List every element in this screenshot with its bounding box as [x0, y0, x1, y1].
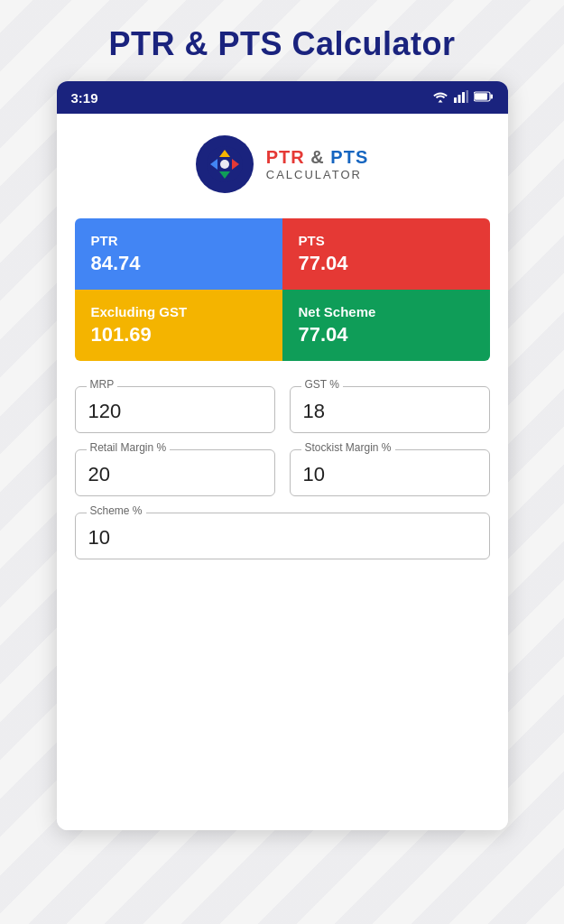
mrp-value: 120: [88, 400, 262, 423]
logo-subtitle: CALCULATOR: [266, 168, 368, 181]
mrp-gst-row: MRP 120 GST % 18: [75, 386, 490, 433]
mrp-label: MRP: [87, 378, 118, 391]
ptr-value: 84.74: [91, 252, 266, 275]
svg-rect-5: [475, 93, 487, 100]
retail-margin-value: 20: [88, 463, 262, 486]
net-scheme-cell: Net Scheme 77.04: [282, 290, 490, 361]
inputs-section: MRP 120 GST % 18 Retail Margin % 20: [75, 386, 490, 559]
logo-brand-title: PTR & PTS: [266, 147, 368, 168]
logo-svg-icon: [205, 144, 245, 184]
logo-area: PTR & PTS CALCULATOR: [196, 135, 368, 193]
signal-icon: [454, 90, 468, 106]
margins-row: Retail Margin % 20 Stockist Margin % 10: [75, 449, 490, 496]
status-time: 3:19: [71, 90, 98, 106]
stockist-margin-label: Stockist Margin %: [301, 441, 395, 454]
logo-ptr: PTR: [266, 147, 305, 167]
status-bar: 3:19: [57, 81, 508, 114]
scheme-field[interactable]: Scheme % 10: [75, 513, 490, 559]
results-grid: PTR 84.74 PTS 77.04 Excluding GST 101.69…: [75, 218, 490, 361]
page-title: PTR & PTS Calculator: [0, 25, 564, 63]
ptr-label: PTR: [91, 233, 266, 248]
status-icons: [432, 90, 494, 106]
stockist-margin-value: 10: [303, 463, 476, 486]
logo-circle: [196, 135, 254, 193]
scheme-label: Scheme %: [87, 504, 146, 517]
logo-amp: &: [305, 147, 331, 167]
mrp-field[interactable]: MRP 120: [75, 386, 275, 433]
svg-rect-3: [466, 90, 468, 103]
gst-field[interactable]: GST % 18: [290, 386, 490, 433]
svg-rect-6: [490, 95, 493, 99]
wifi-icon: [432, 90, 448, 106]
battery-icon: [474, 90, 494, 105]
outer-background: PTR & PTS Calculator 3:19: [0, 0, 564, 924]
net-scheme-label: Net Scheme: [299, 304, 474, 319]
svg-point-12: [220, 160, 229, 169]
app-content: PTR & PTS CALCULATOR PTR 84.74 PTS 77.04…: [57, 114, 508, 830]
stockist-margin-field[interactable]: Stockist Margin % 10: [290, 449, 490, 496]
excl-gst-label: Excluding GST: [91, 304, 266, 319]
excl-gst-cell: Excluding GST 101.69: [75, 290, 282, 361]
svg-rect-0: [454, 97, 457, 103]
gst-label: GST %: [301, 378, 343, 391]
page-title-area: PTR & PTS Calculator: [0, 0, 564, 81]
pts-value: 77.04: [299, 252, 474, 275]
gst-value: 18: [303, 400, 476, 423]
net-scheme-value: 77.04: [299, 323, 474, 346]
excl-gst-value: 101.69: [91, 323, 266, 346]
retail-margin-field[interactable]: Retail Margin % 20: [75, 449, 275, 496]
svg-rect-2: [462, 92, 465, 103]
svg-rect-1: [458, 95, 460, 103]
logo-pts: PTS: [330, 147, 368, 167]
phone-frame: 3:19: [57, 81, 508, 830]
pts-cell: PTS 77.04: [282, 218, 490, 290]
pts-label: PTS: [299, 233, 474, 248]
scheme-value: 10: [88, 526, 476, 550]
logo-text: PTR & PTS CALCULATOR: [266, 147, 368, 181]
ptr-cell: PTR 84.74: [75, 218, 282, 290]
retail-margin-label: Retail Margin %: [87, 441, 171, 454]
